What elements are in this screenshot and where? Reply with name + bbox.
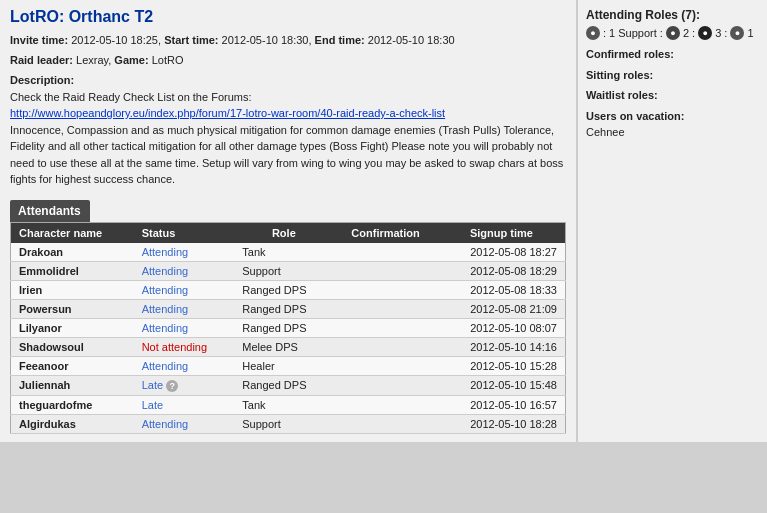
end-label: End time: (315, 34, 365, 46)
vacation-row: Users on vacation: Cehnee (586, 108, 759, 141)
waitlist-roles-row: Waitlist roles: (586, 87, 759, 104)
page-title: LotRO: Orthanc T2 (10, 8, 566, 26)
col-role: Melee DPS (234, 337, 333, 356)
game-value: LotRO (152, 54, 184, 66)
description-label: Description: (10, 74, 74, 86)
col-role: Ranged DPS (234, 375, 333, 395)
role-icon-dps: ● (698, 26, 712, 40)
col-header-signup: Signup time (438, 222, 566, 243)
game-label: Game: (114, 54, 148, 66)
col-confirm (333, 243, 437, 262)
confirmed-label: Confirmed roles: (586, 48, 674, 60)
col-header-status: Status (134, 222, 235, 243)
attendants-table: Character name Status Role Confirmation … (10, 222, 566, 434)
char-name: Lilyanor (11, 318, 134, 337)
table-row: Juliennah Late ? Ranged DPS 2012-05-10 1… (11, 375, 566, 395)
role-icon-tank2: ● (730, 26, 744, 40)
col-confirm (333, 261, 437, 280)
description-block: Description: Check the Raid Ready Check … (10, 72, 566, 188)
table-row: Drakoan Attending Tank 2012-05-08 18:27 (11, 243, 566, 262)
page-wrapper: LotRO: Orthanc T2 Invite time: 2012-05-1… (0, 0, 767, 442)
col-status: Attending (134, 356, 235, 375)
role-count-2: 2 : (683, 27, 695, 39)
char-name: Drakoan (11, 243, 134, 262)
col-signup: 2012-05-08 18:27 (438, 243, 566, 262)
col-status: Attending (134, 243, 235, 262)
col-status: Late ? (134, 375, 235, 395)
char-name: Powersun (11, 299, 134, 318)
table-row: Irien Attending Ranged DPS 2012-05-08 18… (11, 280, 566, 299)
table-row: theguardofme Late Tank 2012-05-10 16:57 (11, 395, 566, 414)
col-signup: 2012-05-08 18:33 (438, 280, 566, 299)
char-name: theguardofme (11, 395, 134, 414)
start-value: 2012-05-10 18:30 (222, 34, 309, 46)
status-value: Not attending (142, 341, 207, 353)
status-value: Attending (142, 246, 188, 258)
col-role: Ranged DPS (234, 318, 333, 337)
vacation-label: Users on vacation: (586, 110, 684, 122)
char-name: Irien (11, 280, 134, 299)
status-value: Attending (142, 284, 188, 296)
raid-leader-line: Raid leader: Lexray, Game: LotRO (10, 52, 566, 69)
description-body: Innocence, Compassion and as much physic… (10, 124, 563, 186)
char-name: Shadowsoul (11, 337, 134, 356)
description-link[interactable]: http://www.hopeandglory.eu/index.php/for… (10, 107, 445, 119)
sitting-label: Sitting roles: (586, 69, 653, 81)
sidebar: Attending Roles (7): ● : 1 Support : ● 2… (577, 0, 767, 442)
col-role: Support (234, 414, 333, 433)
char-name: Feeanoor (11, 356, 134, 375)
attendants-section: Attendants Character name Status Role Co… (10, 200, 566, 434)
attending-roles-label: Attending Roles (7): (586, 8, 700, 22)
status-value: Attending (142, 265, 188, 277)
status-value: Attending (142, 322, 188, 334)
description-text: Check the Raid Ready Check List on the F… (10, 91, 252, 103)
invite-value: 2012-05-10 18:25 (71, 34, 158, 46)
table-row: Feeanoor Attending Healer 2012-05-10 15:… (11, 356, 566, 375)
raid-leader-value: Lexray (76, 54, 108, 66)
confirmed-roles-row: Confirmed roles: (586, 46, 759, 63)
role-count-3: 3 : (715, 27, 727, 39)
col-confirm (333, 375, 437, 395)
role-icon-support: ● (666, 26, 680, 40)
col-confirm (333, 395, 437, 414)
role-count-support: : 1 Support : (603, 27, 663, 39)
table-row: Algirdukas Attending Support 2012-05-10 … (11, 414, 566, 433)
table-row: Lilyanor Attending Ranged DPS 2012-05-10… (11, 318, 566, 337)
col-status: Attending (134, 414, 235, 433)
table-row: Powersun Attending Ranged DPS 2012-05-08… (11, 299, 566, 318)
col-header-confirmation: Confirmation (333, 222, 437, 243)
col-role: Healer (234, 356, 333, 375)
help-icon[interactable]: ? (166, 380, 178, 392)
col-signup: 2012-05-08 21:09 (438, 299, 566, 318)
col-signup: 2012-05-10 14:16 (438, 337, 566, 356)
roles-icons-line: ● : 1 Support : ● 2 : ● 3 : ● 1 (586, 26, 759, 40)
status-value: Attending (142, 360, 188, 372)
col-confirm (333, 414, 437, 433)
col-signup: 2012-05-10 18:28 (438, 414, 566, 433)
col-status: Attending (134, 261, 235, 280)
table-header-row: Character name Status Role Confirmation … (11, 222, 566, 243)
col-role: Tank (234, 243, 333, 262)
col-signup: 2012-05-10 15:48 (438, 375, 566, 395)
timing-line: Invite time: 2012-05-10 18:25, Start tim… (10, 32, 566, 49)
vacation-value: Cehnee (586, 126, 625, 138)
attendants-header: Attendants (10, 200, 90, 222)
col-header-name: Character name (11, 222, 134, 243)
col-confirm (333, 337, 437, 356)
col-confirm (333, 356, 437, 375)
col-confirm (333, 280, 437, 299)
sitting-roles-row: Sitting roles: (586, 67, 759, 84)
char-name: Juliennah (11, 375, 134, 395)
start-label: Start time: (164, 34, 218, 46)
role-icon-tank: ● (586, 26, 600, 40)
main-content: LotRO: Orthanc T2 Invite time: 2012-05-1… (0, 0, 577, 442)
col-confirm (333, 299, 437, 318)
col-status: Attending (134, 299, 235, 318)
attending-roles-title: Attending Roles (7): (586, 8, 759, 22)
col-signup: 2012-05-10 16:57 (438, 395, 566, 414)
col-signup: 2012-05-08 18:29 (438, 261, 566, 280)
invite-label: Invite time: (10, 34, 68, 46)
waitlist-label: Waitlist roles: (586, 89, 658, 101)
col-header-role: Role (234, 222, 333, 243)
col-status: Attending (134, 280, 235, 299)
